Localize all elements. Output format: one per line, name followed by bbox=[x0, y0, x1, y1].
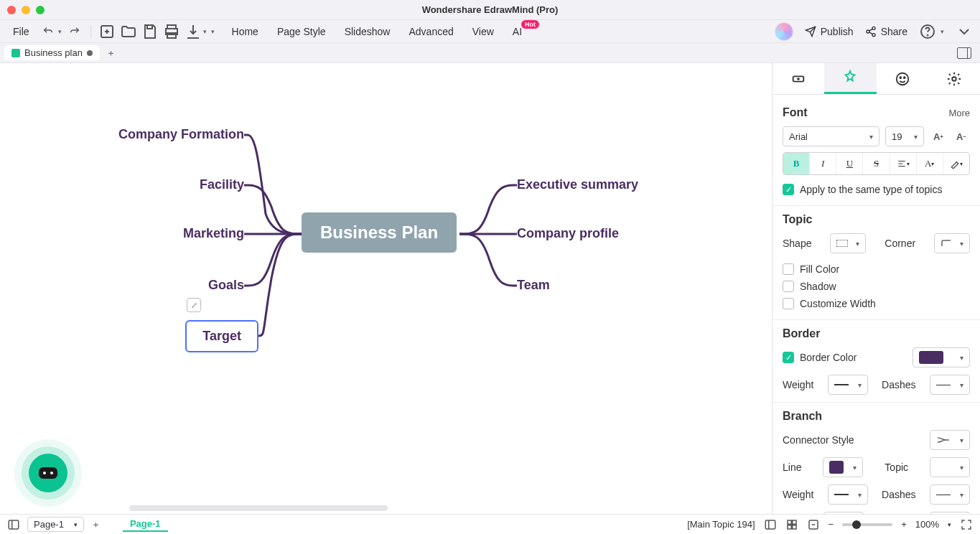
canvas[interactable]: Business Plan Company Formation Facility… bbox=[0, 63, 772, 514]
branch-arrow-select[interactable]: ▾ bbox=[823, 512, 864, 514]
menu-items: Home Page Style Slideshow Advanced View … bbox=[232, 26, 523, 37]
branch-tapered-select[interactable]: ▾ bbox=[930, 512, 970, 514]
menu-view[interactable]: View bbox=[472, 26, 494, 37]
horizontal-scrollbar[interactable] bbox=[129, 505, 388, 511]
fit-view-icon[interactable] bbox=[807, 518, 820, 531]
border-color-checkbox[interactable]: ✓ Border Color bbox=[783, 352, 857, 363]
help-button[interactable] bbox=[919, 23, 936, 40]
panel-tab-settings[interactable] bbox=[928, 63, 980, 94]
topic-handle-icon[interactable]: ⤢ bbox=[187, 298, 201, 312]
topic-company-profile[interactable]: Company profile bbox=[517, 226, 619, 241]
new-button[interactable] bbox=[98, 23, 116, 40]
topic-target[interactable]: Target bbox=[185, 320, 258, 352]
menu-slideshow[interactable]: Slideshow bbox=[345, 26, 391, 37]
customize-width-checkbox[interactable]: Customize Width bbox=[783, 295, 970, 312]
avatar[interactable] bbox=[775, 22, 793, 41]
panel-tab-layout[interactable] bbox=[773, 63, 824, 94]
minimize-window-icon[interactable] bbox=[22, 6, 30, 14]
underline-button[interactable]: U bbox=[836, 153, 863, 174]
font-family-select[interactable]: Arial▾ bbox=[783, 126, 879, 146]
shape-label: Shape bbox=[783, 238, 811, 249]
increase-font-button[interactable]: A+ bbox=[930, 128, 947, 145]
fullscreen-button[interactable] bbox=[960, 518, 973, 531]
zoom-slider[interactable] bbox=[842, 523, 892, 526]
new-tab-button[interactable]: ＋ bbox=[104, 46, 118, 60]
topic-facility[interactable]: Facility bbox=[200, 177, 244, 192]
menu-home[interactable]: Home bbox=[232, 26, 258, 37]
page-tab[interactable]: Page-1 bbox=[123, 517, 168, 532]
topic-goals[interactable]: Goals bbox=[208, 278, 244, 293]
font-color-button[interactable]: A▾ bbox=[917, 153, 943, 174]
svg-point-9 bbox=[896, 72, 908, 85]
align-button[interactable]: ▾ bbox=[890, 153, 917, 174]
doc-icon bbox=[11, 49, 20, 57]
zoom-in-button[interactable]: + bbox=[901, 519, 907, 530]
panel-toggle-icon[interactable] bbox=[957, 47, 971, 59]
svg-point-11 bbox=[903, 77, 905, 78]
ai-bot-button[interactable] bbox=[29, 454, 67, 492]
topic-executive-summary[interactable]: Executive summary bbox=[517, 177, 638, 192]
menu-ai[interactable]: AI Hot bbox=[513, 26, 522, 37]
help-dropdown-icon[interactable]: ▾ bbox=[941, 28, 944, 35]
publish-button[interactable]: Publish bbox=[805, 26, 854, 37]
branch-line-color-select[interactable]: ▾ bbox=[823, 457, 863, 477]
export-button[interactable] bbox=[185, 23, 202, 40]
add-page-button[interactable]: ＋ bbox=[90, 518, 103, 531]
center-topic[interactable]: Business Plan bbox=[302, 212, 457, 253]
border-weight-select[interactable]: ▾ bbox=[828, 375, 868, 395]
menu-advanced[interactable]: Advanced bbox=[409, 26, 453, 37]
topic-company-formation[interactable]: Company Formation bbox=[118, 127, 244, 142]
share-button[interactable]: Share bbox=[865, 26, 907, 37]
print-button[interactable] bbox=[163, 23, 180, 40]
panel-tab-style[interactable] bbox=[824, 63, 876, 94]
zoom-window-icon[interactable] bbox=[36, 6, 45, 14]
save-button[interactable] bbox=[141, 23, 159, 40]
panel-tab-icons[interactable] bbox=[877, 63, 928, 94]
checkbox-on-icon: ✓ bbox=[783, 184, 794, 195]
border-color-select[interactable]: ▾ bbox=[913, 347, 970, 367]
branch-dashes-select[interactable]: ▾ bbox=[930, 484, 970, 505]
fill-color-checkbox[interactable]: Fill Color bbox=[783, 261, 970, 278]
corner-label: Corner bbox=[885, 238, 915, 249]
italic-button[interactable]: I bbox=[810, 153, 836, 174]
close-window-icon[interactable] bbox=[7, 6, 16, 14]
chevron-down-icon: ▾ bbox=[856, 240, 859, 248]
outline-view-icon[interactable] bbox=[764, 518, 777, 531]
zoom-out-button[interactable]: − bbox=[829, 519, 834, 530]
highlight-button[interactable]: ▾ bbox=[943, 153, 969, 174]
open-button[interactable] bbox=[120, 23, 137, 40]
svg-rect-17 bbox=[788, 525, 791, 528]
font-size-select[interactable]: 19▾ bbox=[885, 126, 924, 146]
apply-same-checkbox[interactable]: ✓ Apply to the same type of topics bbox=[783, 181, 970, 198]
document-tab[interactable]: Business plan bbox=[4, 45, 100, 60]
undo-button[interactable] bbox=[39, 23, 57, 40]
svg-rect-14 bbox=[765, 520, 775, 529]
branch-weight-select[interactable]: ▾ bbox=[828, 484, 868, 505]
grid-view-icon[interactable] bbox=[785, 518, 798, 531]
undo-dropdown-icon[interactable]: ▾ bbox=[58, 28, 62, 35]
shadow-checkbox[interactable]: Shadow bbox=[783, 278, 970, 295]
corner-select[interactable]: ▾ bbox=[934, 233, 970, 253]
bold-button[interactable]: B bbox=[783, 153, 810, 174]
connector-style-select[interactable]: ▾ bbox=[930, 430, 970, 450]
zoom-percent[interactable]: 100% bbox=[915, 519, 939, 530]
selection-info: [Main Topic 194] bbox=[687, 519, 755, 530]
decrease-font-button[interactable]: A− bbox=[953, 128, 970, 145]
file-menu[interactable]: File bbox=[7, 23, 35, 40]
zoom-dropdown-icon[interactable]: ▾ bbox=[948, 521, 951, 528]
border-dashes-select[interactable]: ▾ bbox=[930, 375, 970, 395]
page-select[interactable]: Page-1 ▾ bbox=[27, 517, 84, 532]
branch-topic-select[interactable]: ▾ bbox=[930, 457, 970, 477]
topic-marketing[interactable]: Marketing bbox=[183, 226, 244, 241]
topic-team[interactable]: Team bbox=[517, 278, 550, 293]
export-dropdown-icon[interactable]: ▾ bbox=[203, 28, 207, 35]
font-more-link[interactable]: More bbox=[948, 108, 970, 118]
shape-select[interactable]: ▾ bbox=[830, 233, 866, 253]
border-weight-label: Weight bbox=[783, 379, 813, 390]
redo-button[interactable] bbox=[66, 23, 83, 40]
collapse-button[interactable] bbox=[956, 23, 973, 40]
strikethrough-button[interactable]: S bbox=[863, 153, 890, 174]
more-dropdown-icon[interactable]: ▾ bbox=[211, 28, 215, 35]
menu-page-style[interactable]: Page Style bbox=[277, 26, 326, 37]
outline-toggle-icon[interactable] bbox=[7, 518, 20, 531]
